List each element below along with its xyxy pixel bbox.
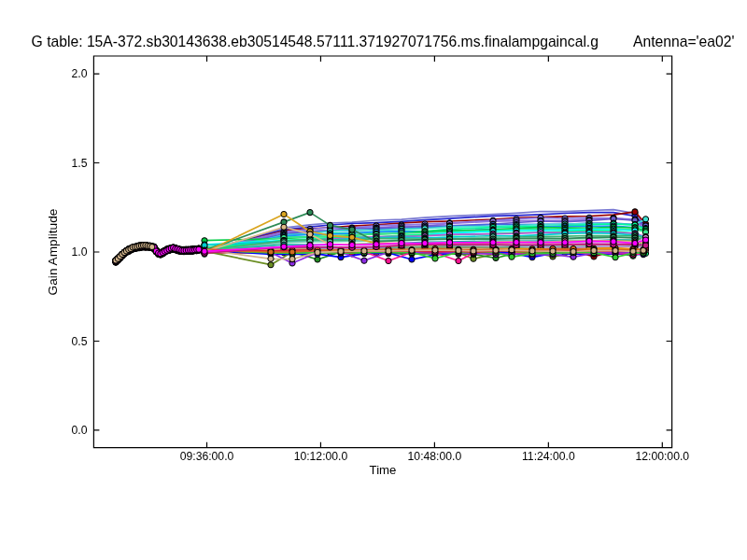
svg-text:G table: 15A-372.sb30143638.eb: G table: 15A-372.sb30143638.eb30514548.5… <box>32 34 599 49</box>
svg-text:10:48:00.0: 10:48:00.0 <box>408 450 462 463</box>
svg-text:1.5: 1.5 <box>72 157 88 170</box>
svg-text:Time: Time <box>370 463 397 477</box>
svg-text:09:36:00.0: 09:36:00.0 <box>180 450 234 463</box>
svg-text:11:24:00.0: 11:24:00.0 <box>522 450 575 463</box>
svg-text:Gain Amplitude: Gain Amplitude <box>46 209 60 296</box>
svg-text:2.0: 2.0 <box>72 67 88 80</box>
svg-text:Antenna='ea02': Antenna='ea02' <box>633 34 735 49</box>
svg-text:0.5: 0.5 <box>72 335 88 348</box>
svg-text:10:12:00.0: 10:12:00.0 <box>294 450 348 463</box>
svg-text:12:00:00.0: 12:00:00.0 <box>635 450 689 463</box>
svg-text:0.0: 0.0 <box>72 424 88 437</box>
svg-text:1.0: 1.0 <box>72 245 88 259</box>
